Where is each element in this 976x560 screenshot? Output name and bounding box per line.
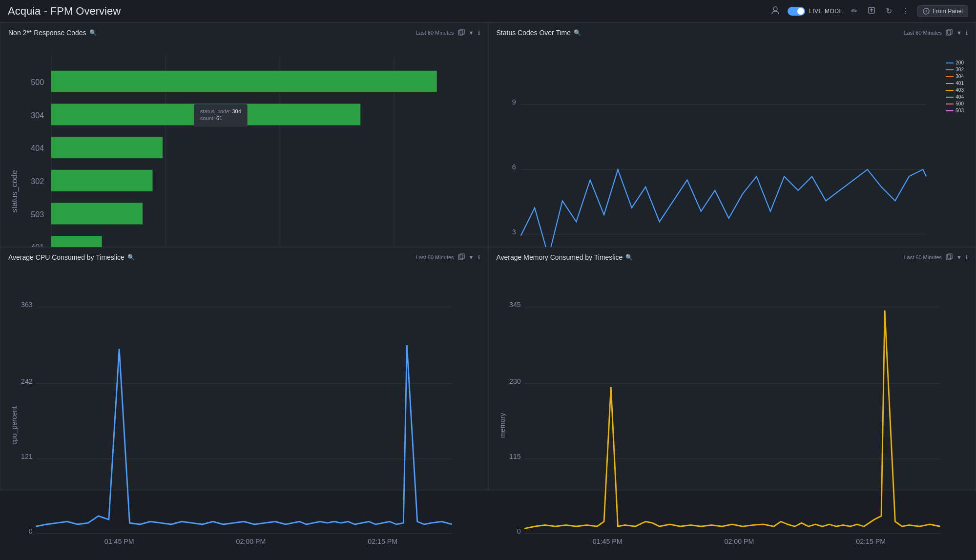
svg-text:242: 242 — [21, 377, 33, 385]
refresh-icon[interactable]: ↻ — [884, 4, 894, 18]
panel-cpu: Average CPU Consumed by Timeslice 🔍 Last… — [0, 247, 488, 491]
svg-text:503: 503 — [31, 210, 44, 219]
toggle-switch[interactable] — [788, 7, 805, 16]
panel2-copy-icon[interactable] — [946, 29, 953, 37]
panel3-controls: Last 60 Minutes ▼ ℹ — [416, 253, 480, 261]
live-mode-toggle[interactable]: LIVE MODE — [788, 7, 843, 16]
panel2-info-icon[interactable]: ℹ — [966, 30, 968, 36]
panel3-info-icon[interactable]: ℹ — [478, 254, 480, 261]
panel3-time-range: Last 60 Minutes — [416, 254, 454, 260]
legend-401: 401 — [946, 81, 964, 86]
legend-302: 302 — [946, 67, 964, 72]
svg-text:02:15 PM: 02:15 PM — [856, 538, 886, 544]
panel2-search-icon[interactable]: 🔍 — [574, 29, 581, 36]
svg-text:0: 0 — [517, 527, 520, 535]
panel3-title: Average CPU Consumed by Timeslice 🔍 — [8, 253, 135, 261]
svg-rect-17 — [51, 71, 437, 92]
panel1-title: Non 2** Response Codes 🔍 — [8, 29, 97, 37]
more-icon[interactable]: ⋮ — [900, 4, 912, 18]
svg-text:3: 3 — [512, 228, 516, 236]
page-title: Acquia - FPM Overview — [8, 5, 769, 18]
panel3-header: Average CPU Consumed by Timeslice 🔍 Last… — [8, 253, 480, 261]
panel2-header: Status Codes Over Time 🔍 Last 60 Minutes… — [497, 29, 968, 37]
svg-rect-18 — [51, 104, 360, 125]
panel3-chart: 0 121 242 363 cpu_percent 01:45 PM 02:00… — [8, 265, 480, 544]
from-panel-label: From Panel — [933, 8, 963, 15]
svg-rect-21 — [51, 203, 143, 224]
panel1-filter-icon[interactable]: ▼ — [469, 30, 474, 36]
memory-chart-svg: 0 115 230 345 memory 01:45 PM 02:00 PM 0… — [497, 265, 968, 544]
svg-text:0: 0 — [29, 527, 33, 535]
share-icon[interactable] — [865, 4, 878, 19]
panel2-filter-icon[interactable]: ▼ — [956, 30, 962, 36]
panel1-time-range: Last 60 Minutes — [416, 30, 454, 36]
person-icon[interactable] — [769, 4, 782, 19]
panel3-copy-icon[interactable] — [458, 253, 465, 261]
panel4-info-icon[interactable]: ℹ — [966, 254, 968, 261]
cpu-chart-svg: 0 121 242 363 cpu_percent 01:45 PM 02:00… — [8, 265, 480, 544]
legend-403: 403 — [946, 87, 964, 93]
svg-text:230: 230 — [509, 377, 521, 385]
panel2-time-range: Last 60 Minutes — [904, 30, 942, 36]
svg-rect-19 — [51, 137, 163, 158]
panel4-search-icon[interactable]: 🔍 — [625, 254, 633, 261]
legend-200: 200 — [946, 60, 964, 65]
panel1-header: Non 2** Response Codes 🔍 Last 60 Minutes… — [8, 29, 480, 37]
svg-text:02:15 PM: 02:15 PM — [368, 538, 397, 544]
svg-text:02:00 PM: 02:00 PM — [236, 538, 266, 544]
live-mode-label: LIVE MODE — [809, 8, 843, 15]
svg-text:01:45 PM: 01:45 PM — [104, 538, 134, 544]
app-header: Acquia - FPM Overview LIVE MODE ✏ ↻ ⋮ — [0, 0, 976, 22]
legend-304: 304 — [946, 74, 964, 79]
svg-text:363: 363 — [21, 301, 33, 309]
svg-text:cpu_percent: cpu_percent — [10, 406, 18, 445]
panel4-header: Average Memory Consumed by Timeslice 🔍 L… — [497, 253, 968, 261]
svg-text:304: 304 — [31, 111, 44, 120]
svg-text:memory: memory — [498, 413, 506, 438]
svg-text:status_code: status_code — [10, 170, 19, 212]
panel4-controls: Last 60 Minutes ▼ ℹ — [904, 253, 968, 261]
panel3-search-icon[interactable]: 🔍 — [127, 254, 135, 261]
dashboard-grid: Non 2** Response Codes 🔍 Last 60 Minutes… — [0, 22, 976, 491]
svg-text:9: 9 — [512, 98, 516, 106]
panel4-copy-icon[interactable] — [946, 253, 953, 261]
svg-text:121: 121 — [21, 453, 33, 460]
panel1-info-icon[interactable]: ℹ — [478, 30, 480, 36]
svg-text:01:45 PM: 01:45 PM — [592, 538, 622, 544]
svg-text:115: 115 — [509, 453, 521, 460]
legend-500: 500 — [946, 101, 964, 106]
panel-memory: Average Memory Consumed by Timeslice 🔍 L… — [488, 247, 976, 491]
panel4-chart: 0 115 230 345 memory 01:45 PM 02:00 PM 0… — [497, 265, 968, 544]
pencil-icon[interactable]: ✏ — [849, 4, 859, 18]
svg-text:404: 404 — [31, 144, 44, 152]
panel2-title: Status Codes Over Time 🔍 — [497, 29, 581, 37]
svg-text:345: 345 — [509, 301, 521, 309]
status-legend: 200 302 304 401 403 — [946, 60, 964, 113]
panel-status-over-time: Status Codes Over Time 🔍 Last 60 Minutes… — [488, 22, 976, 247]
svg-text:302: 302 — [31, 177, 44, 186]
from-panel-button[interactable]: From Panel — [917, 5, 968, 17]
svg-point-0 — [773, 7, 777, 11]
svg-point-2 — [926, 12, 927, 13]
panel3-filter-icon[interactable]: ▼ — [469, 254, 474, 260]
svg-rect-20 — [51, 170, 153, 191]
panel1-controls: Last 60 Minutes ▼ ℹ — [416, 29, 480, 37]
legend-503: 503 — [946, 108, 964, 113]
panel-non2xx: Non 2** Response Codes 🔍 Last 60 Minutes… — [0, 22, 488, 247]
svg-text:500: 500 — [31, 78, 44, 86]
toggle-knob — [797, 8, 804, 15]
panel4-time-range: Last 60 Minutes — [904, 254, 942, 260]
legend-404: 404 — [946, 94, 964, 100]
panel1-copy-icon[interactable] — [458, 29, 465, 37]
panel2-controls: Last 60 Minutes ▼ ℹ — [904, 29, 968, 37]
panel4-filter-icon[interactable]: ▼ — [956, 254, 962, 260]
svg-text:02:00 PM: 02:00 PM — [724, 538, 754, 544]
panel4-title: Average Memory Consumed by Timeslice 🔍 — [497, 253, 633, 261]
svg-text:6: 6 — [512, 163, 516, 171]
header-controls: LIVE MODE ✏ ↻ ⋮ From Panel — [769, 4, 968, 19]
panel1-search-icon[interactable]: 🔍 — [89, 29, 97, 36]
